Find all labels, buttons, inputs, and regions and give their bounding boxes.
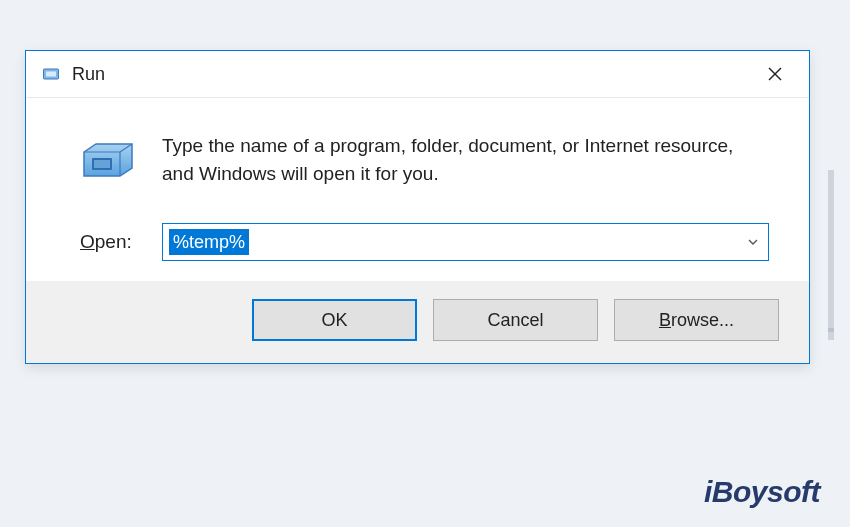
svg-rect-5	[94, 160, 110, 168]
dialog-description: Type the name of a program, folder, docu…	[162, 128, 769, 187]
ok-button[interactable]: OK	[252, 299, 417, 341]
background-window-edge	[828, 170, 834, 340]
open-label: Open:	[80, 231, 136, 253]
run-dialog: Run	[25, 50, 810, 364]
dialog-title: Run	[72, 64, 105, 85]
chevron-down-icon	[747, 236, 759, 248]
background-window-edge-accent	[828, 328, 834, 332]
dialog-body: Type the name of a program, folder, docu…	[26, 98, 809, 281]
close-icon	[767, 66, 783, 82]
button-bar: OK Cancel Browse...	[26, 281, 809, 363]
browse-button[interactable]: Browse...	[614, 299, 779, 341]
watermark: iBoysoft	[704, 475, 820, 509]
titlebar: Run	[26, 51, 809, 98]
svg-rect-1	[46, 72, 56, 77]
combobox-dropdown-button[interactable]	[738, 224, 768, 260]
run-title-icon	[40, 63, 62, 85]
open-input-selection: %temp%	[169, 229, 249, 255]
cancel-button[interactable]: Cancel	[433, 299, 598, 341]
open-row: Open: %temp%	[80, 223, 769, 261]
run-program-icon	[80, 130, 136, 186]
open-combobox[interactable]: %temp%	[162, 223, 769, 261]
open-input[interactable]	[163, 224, 738, 260]
info-row: Type the name of a program, folder, docu…	[80, 128, 769, 187]
close-button[interactable]	[755, 59, 795, 89]
titlebar-left: Run	[40, 63, 105, 85]
